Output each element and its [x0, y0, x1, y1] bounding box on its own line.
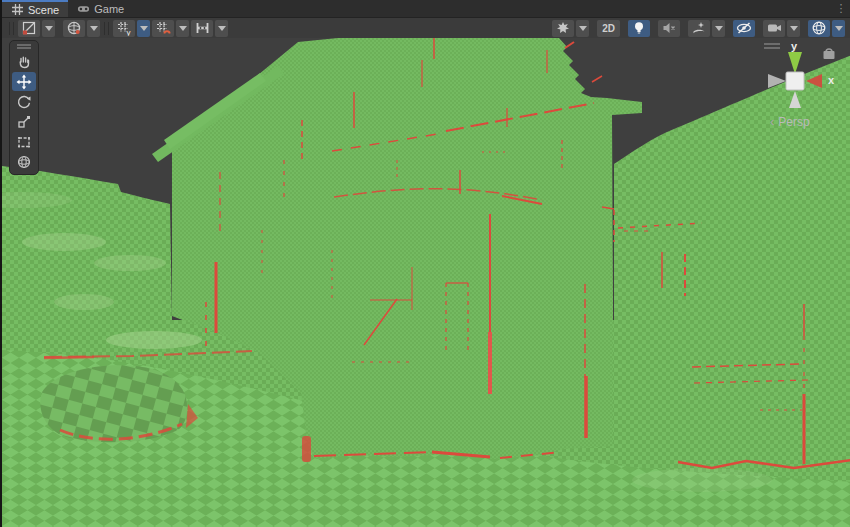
rotate-tool-button[interactable]	[12, 92, 36, 111]
scene-render	[2, 38, 850, 527]
camera-icon	[766, 20, 783, 36]
gizmos-globe-button[interactable]	[808, 20, 830, 37]
rotate-icon	[16, 94, 32, 110]
burst-icon	[555, 20, 571, 36]
gizmo-x-axis-label[interactable]: x	[828, 74, 834, 86]
scale-icon	[16, 114, 32, 130]
scene-viewport[interactable]: y x ‹ Persp	[2, 38, 850, 527]
svg-text:y: y	[126, 28, 130, 37]
scale-tool-button[interactable]	[12, 112, 36, 131]
eye-slash-icon	[735, 20, 753, 36]
chevron-down-icon	[45, 26, 53, 31]
draw-mode-button[interactable]	[18, 20, 40, 37]
gizmo-persp-toggle[interactable]: ‹ Persp	[770, 114, 810, 129]
push-to-grid-dropdown[interactable]	[215, 20, 228, 37]
overlay-drag-handle[interactable]	[17, 44, 31, 49]
scene-toolbar: y 2D	[2, 18, 850, 38]
scene-visibility-toggle[interactable]	[733, 20, 755, 37]
chevron-down-icon	[715, 26, 723, 31]
gamepad-icon	[77, 2, 90, 15]
lighting-toggle[interactable]	[628, 20, 650, 37]
gizmos-globe-dropdown[interactable]	[832, 20, 845, 37]
tools-overlay	[9, 40, 39, 175]
unity-scene-view-window: Scene Game ⋮	[0, 0, 850, 527]
effects-star-icon	[691, 20, 707, 36]
persp-label: Persp	[778, 115, 809, 129]
tab-game-label: Game	[94, 3, 124, 15]
scene-grid-icon	[11, 3, 24, 16]
persp-arrow-icon: ‹	[770, 114, 774, 129]
audio-toggle[interactable]	[658, 20, 680, 37]
transform-tool-button[interactable]	[12, 152, 36, 171]
push-to-grid-button[interactable]	[191, 20, 213, 37]
snap-magnet-icon	[155, 20, 172, 36]
shading-globe-button[interactable]	[63, 20, 85, 37]
gizmo-y-axis-label[interactable]: y	[791, 40, 797, 52]
chevron-down-icon	[140, 26, 148, 31]
tab-menu-button[interactable]: ⋮	[832, 0, 850, 17]
chevron-down-icon	[218, 26, 226, 31]
draw-mode-icon	[21, 20, 37, 36]
chevron-down-icon	[790, 26, 798, 31]
move-tool-button[interactable]	[12, 72, 36, 91]
globe-icon	[66, 20, 82, 36]
grid-y-icon: y	[116, 20, 133, 36]
push-to-grid-icon	[194, 20, 211, 36]
effects-star-dropdown[interactable]	[712, 20, 725, 37]
toolbar-separator	[104, 22, 109, 35]
2d-label: 2D	[599, 23, 618, 34]
tabbar-spacer	[133, 0, 832, 17]
snap-magnet-button[interactable]	[152, 20, 174, 37]
chevron-down-icon	[179, 26, 187, 31]
rect-tool-button[interactable]	[12, 132, 36, 151]
2d-toggle[interactable]: 2D	[597, 20, 620, 37]
draw-mode-dropdown[interactable]	[42, 20, 55, 37]
grid-plane-dropdown[interactable]	[137, 20, 150, 37]
effects-burst-button[interactable]	[552, 20, 574, 37]
shading-globe-dropdown[interactable]	[87, 20, 100, 37]
chevron-down-icon	[835, 26, 843, 31]
camera-button[interactable]	[763, 20, 785, 37]
lightbulb-icon	[631, 20, 647, 36]
effects-star-button[interactable]	[688, 20, 710, 37]
rect-icon	[16, 134, 32, 150]
effects-burst-dropdown[interactable]	[576, 20, 589, 37]
chevron-down-icon	[90, 26, 98, 31]
chevron-down-icon	[579, 26, 587, 31]
gizmos-globe-icon	[811, 20, 827, 36]
move-icon	[16, 74, 32, 90]
hand-tool-button[interactable]	[12, 52, 36, 71]
tab-scene[interactable]: Scene	[2, 0, 68, 17]
tab-game[interactable]: Game	[68, 0, 133, 17]
toolbar-separator	[9, 22, 14, 35]
hand-icon	[16, 54, 32, 70]
audio-muted-icon	[661, 20, 677, 36]
tab-bar: Scene Game ⋮	[2, 0, 850, 18]
snap-magnet-dropdown[interactable]	[176, 20, 189, 37]
grid-plane-button[interactable]: y	[113, 20, 135, 37]
tab-scene-label: Scene	[28, 4, 59, 16]
camera-dropdown[interactable]	[787, 20, 800, 37]
transform-icon	[16, 154, 32, 170]
